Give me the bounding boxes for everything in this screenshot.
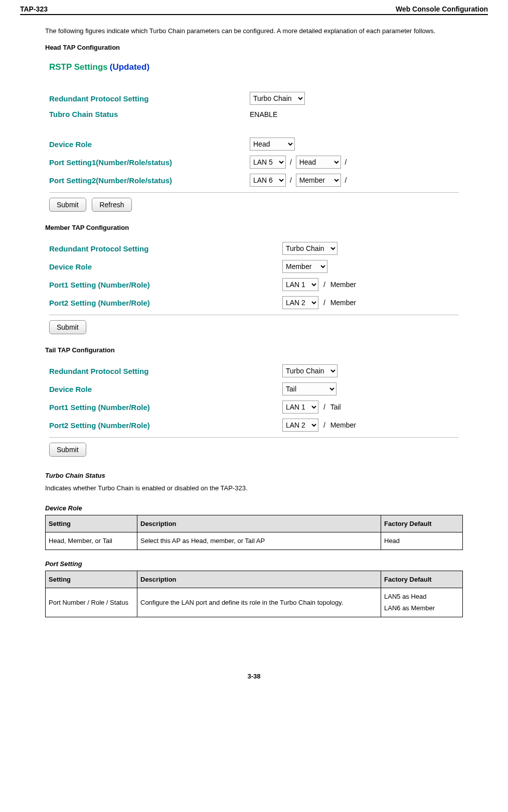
head-port2-role[interactable]: Member bbox=[296, 174, 341, 187]
cell-setting: Port Number / Role / Status bbox=[46, 588, 137, 617]
member-port2-num[interactable]: LAN 2 bbox=[282, 296, 318, 309]
head-protocol-select[interactable]: Turbo Chain bbox=[250, 92, 305, 105]
head-role-select[interactable]: Head bbox=[250, 138, 295, 151]
rstp-label: RSTP Settings bbox=[49, 62, 108, 72]
col-description: Description bbox=[137, 515, 381, 532]
col-default: Factory Default bbox=[381, 515, 463, 532]
submit-button[interactable]: Submit bbox=[49, 320, 86, 334]
tail-port1-num[interactable]: LAN 1 bbox=[282, 400, 318, 414]
label-port1-nr: Port1 Setting (Number/Role) bbox=[49, 403, 282, 412]
tail-config-block: Redundant Protocol Setting Turbo Chain D… bbox=[45, 359, 463, 462]
head-port2-num[interactable]: LAN 6 bbox=[250, 174, 286, 187]
tail-port1-role: Tail bbox=[330, 403, 341, 411]
label-device-role: Device Role bbox=[49, 385, 282, 393]
rstp-updated: (Updated) bbox=[110, 62, 149, 72]
col-default: Factory Default bbox=[381, 571, 463, 588]
slash-sep: / bbox=[345, 158, 347, 166]
device-role-table: Setting Description Factory Default Head… bbox=[45, 515, 463, 550]
tail-port2-num[interactable]: LAN 2 bbox=[282, 419, 318, 432]
head-status-value: ENABLE bbox=[250, 110, 277, 118]
slash-sep: / bbox=[323, 299, 325, 307]
label-port1-nr: Port1 Setting (Number/Role) bbox=[49, 281, 282, 289]
heading-head-tap: Head TAP Configuration bbox=[45, 44, 463, 51]
heading-port-setting: Port Setting bbox=[45, 560, 463, 568]
separator bbox=[49, 192, 459, 193]
head-port1-role[interactable]: Head bbox=[296, 156, 341, 169]
label-port2-nr: Port2 Setting (Number/Role) bbox=[49, 421, 282, 430]
label-redundant: Redundant Protocol Setting bbox=[49, 244, 282, 253]
col-description: Description bbox=[137, 571, 381, 588]
slash-sep: / bbox=[323, 421, 325, 429]
member-config-block: Redundant Protocol Setting Turbo Chain D… bbox=[45, 236, 463, 339]
label-device-role: Device Role bbox=[49, 262, 282, 271]
cell-setting: Head, Member, or Tail bbox=[46, 532, 137, 550]
slash-sep: / bbox=[323, 403, 325, 411]
table-row: Port Number / Role / Status Configure th… bbox=[46, 588, 463, 617]
tail-protocol-select[interactable]: Turbo Chain bbox=[282, 364, 337, 377]
page-number: 3-38 bbox=[45, 672, 463, 680]
separator bbox=[49, 437, 459, 438]
head-port1-num[interactable]: LAN 5 bbox=[250, 156, 286, 169]
label-redundant: Redundant Protocol Setting bbox=[49, 94, 250, 103]
cell-desc: Configure the LAN port and define its ro… bbox=[137, 588, 381, 617]
member-protocol-select[interactable]: Turbo Chain bbox=[282, 242, 337, 255]
tail-port2-role: Member bbox=[330, 421, 356, 429]
heading-tail-tap: Tail TAP Configuration bbox=[45, 346, 463, 354]
refresh-button[interactable]: Refresh bbox=[92, 198, 131, 212]
member-port1-num[interactable]: LAN 1 bbox=[282, 278, 318, 291]
submit-button[interactable]: Submit bbox=[49, 443, 86, 457]
table-row: Head, Member, or Tail Select this AP as … bbox=[46, 532, 463, 550]
heading-turbo-status: Turbo Chain Status bbox=[45, 472, 463, 479]
slash-sep: / bbox=[290, 176, 292, 184]
heading-device-role: Device Role bbox=[45, 504, 463, 512]
heading-member-tap: Member TAP Configuration bbox=[45, 224, 463, 231]
header-right: Web Console Configuration bbox=[396, 5, 488, 13]
member-port1-role: Member bbox=[330, 281, 356, 289]
cell-default: LAN5 as Head LAN6 as Member bbox=[381, 588, 463, 617]
col-setting: Setting bbox=[46, 515, 137, 532]
separator bbox=[49, 315, 459, 315]
label-port1-nrs: Port Setting1(Number/Role/status) bbox=[49, 158, 250, 167]
label-device-role: Device Role bbox=[49, 140, 250, 149]
cell-desc: Select this AP as Head, member, or Tail … bbox=[137, 532, 381, 550]
header-left: TAP-323 bbox=[20, 5, 48, 13]
label-port2-nrs: Port Setting2(Number/Role/status) bbox=[49, 176, 250, 185]
port-setting-table: Setting Description Factory Default Port… bbox=[45, 571, 463, 617]
turbo-status-desc: Indicates whether Turbo Chain is enabled… bbox=[45, 482, 463, 494]
label-redundant: Redundant Protocol Setting bbox=[49, 367, 282, 375]
label-port2-nr: Port2 Setting (Number/Role) bbox=[49, 299, 282, 307]
member-role-select[interactable]: Member bbox=[282, 260, 327, 273]
col-setting: Setting bbox=[46, 571, 137, 588]
slash-sep: / bbox=[345, 176, 347, 184]
submit-button[interactable]: Submit bbox=[49, 198, 86, 212]
member-port2-role: Member bbox=[330, 299, 356, 307]
intro-text: The following figures indicate which Tur… bbox=[45, 25, 463, 37]
head-config-block: RSTP Settings (Updated) Redundant Protoc… bbox=[45, 56, 463, 217]
cell-default: Head bbox=[381, 532, 463, 550]
label-tubro-status: Tubro Chain Status bbox=[49, 110, 250, 118]
slash-sep: / bbox=[290, 158, 292, 166]
slash-sep: / bbox=[323, 281, 325, 289]
tail-role-select[interactable]: Tail bbox=[282, 382, 336, 395]
